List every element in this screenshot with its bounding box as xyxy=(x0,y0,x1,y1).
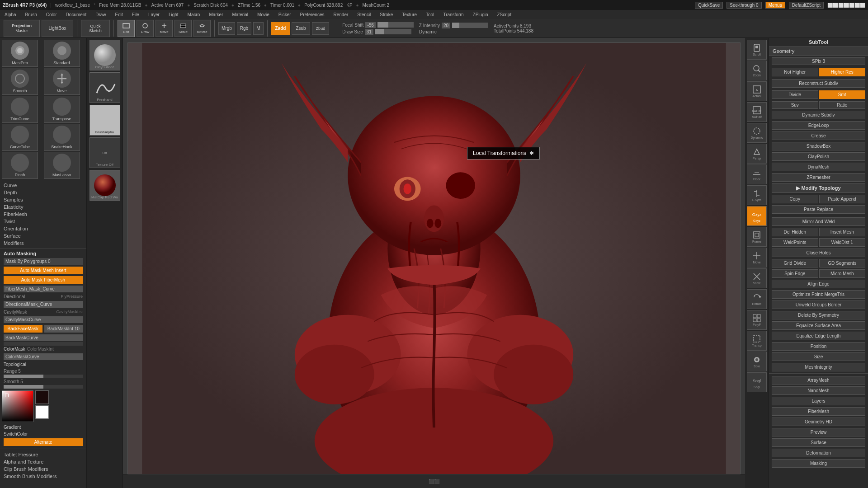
lower-res-btn[interactable]: Not Higher xyxy=(772,68,818,76)
auto-masking-section[interactable]: Auto Masking xyxy=(0,250,86,257)
subtool-header[interactable]: SubTool xyxy=(769,38,868,47)
menu-light[interactable]: Light xyxy=(167,11,180,18)
backmaskcurve-slider[interactable] xyxy=(4,342,83,346)
dynamic-btn[interactable]: Dynamic xyxy=(747,123,767,143)
sngl-btn[interactable]: Sngl Sngl xyxy=(747,372,767,392)
menu-preferences[interactable]: Preferences xyxy=(298,11,326,18)
dynamesh-btn[interactable]: DynaMesh xyxy=(772,163,865,171)
edit-button[interactable]: Edit xyxy=(118,20,135,37)
shadowbox-btn[interactable]: ShadowBox xyxy=(772,142,865,150)
quicksave-button[interactable]: QuickSave xyxy=(695,2,723,9)
size-btn[interactable]: Size xyxy=(772,352,865,361)
section-surface[interactable]: Surface xyxy=(0,232,86,239)
clip-brush-section[interactable]: Clip Brush Modifiers xyxy=(0,465,86,473)
micro-mesh-btn[interactable]: Micro Mesh xyxy=(819,269,866,278)
zadd-button[interactable]: Zadd xyxy=(271,22,290,35)
arraymesh-btn[interactable]: ArrayMesh xyxy=(772,376,865,385)
mirror-weld-btn[interactable]: Mirror And Weld xyxy=(772,217,865,226)
position-btn[interactable]: Position xyxy=(772,342,865,351)
menu-movie[interactable]: Movie xyxy=(255,11,271,18)
higher-res-btn[interactable]: Higher Res xyxy=(819,68,866,76)
zoom-btn[interactable]: Zoom xyxy=(747,61,767,80)
mrgb-button[interactable]: Mrgb xyxy=(218,22,235,35)
menu-edit[interactable]: Edit xyxy=(113,11,125,18)
color-gradient[interactable] xyxy=(2,390,33,422)
zbud-button[interactable]: Zbud xyxy=(312,22,330,35)
swatch-black[interactable] xyxy=(35,390,49,404)
suv-btn[interactable]: Suv xyxy=(772,101,818,109)
scroll-btn[interactable]: Scroll xyxy=(747,40,767,60)
fibermesh-btn[interactable]: FiberMesh xyxy=(772,407,865,416)
menu-file[interactable]: File xyxy=(130,11,141,18)
spin-edge-btn[interactable]: Spin Edge xyxy=(772,269,818,278)
section-elasticity[interactable]: Elasticity xyxy=(0,203,86,211)
menu-transform[interactable]: Transform xyxy=(441,11,465,18)
section-samples[interactable]: Samples xyxy=(0,196,86,203)
polyf-btn[interactable]: PolyF xyxy=(747,310,767,330)
section-curve[interactable]: Curve xyxy=(0,182,86,189)
align-edge-btn[interactable]: Align Edge xyxy=(772,280,865,288)
persp-btn[interactable]: Persp xyxy=(747,144,767,164)
meshintegrity-btn[interactable]: MeshIntegrity xyxy=(772,363,865,371)
thumb-texture-off[interactable]: Off Texture Off xyxy=(90,137,120,168)
modify-topology-btn[interactable]: ▶ Modify Topology xyxy=(772,183,865,193)
transp-btn[interactable]: Transp xyxy=(747,331,767,351)
rotate-button[interactable]: Rotate xyxy=(193,20,211,37)
auto-mask-fibermesh-btn[interactable]: Auto Mask FiberMesh xyxy=(4,276,83,284)
smooth-slider[interactable] xyxy=(4,385,83,389)
reconstruct-subdiv-btn[interactable]: Reconstruct Subdiv xyxy=(772,79,865,88)
geometry-section-header[interactable]: Geometry xyxy=(769,47,868,56)
delete-symmetry-btn[interactable]: Delete By Symmetry xyxy=(772,311,865,319)
paste-append-btn[interactable]: Paste Append xyxy=(819,195,866,203)
menu-document[interactable]: Document xyxy=(64,11,89,18)
equalize-surface-btn[interactable]: Equalize Surface Area xyxy=(772,321,865,330)
scale-button[interactable]: Scale xyxy=(175,20,192,37)
thumb-brushalpha[interactable]: BrushAlpha xyxy=(90,105,120,136)
brush-snakehook[interactable]: SnakeHook xyxy=(44,124,80,151)
solo-btn[interactable]: Solo xyxy=(747,352,767,371)
menu-alpha[interactable]: Alpha xyxy=(3,11,18,18)
brush-standard[interactable]: Standard xyxy=(44,40,80,67)
focal-shift-slider[interactable] xyxy=(377,22,414,28)
fibermesh-mask-curve[interactable]: FiberMesh_Mask_Curve xyxy=(4,286,83,292)
auto-mask-mesh-insert-btn[interactable]: Auto Mask Mesh Insert xyxy=(4,267,83,274)
projection-master-button[interactable]: Projection Master xyxy=(4,20,40,37)
vert-rotate-btn[interactable]: Rotate xyxy=(747,289,767,309)
actual-btn[interactable]: A Actual xyxy=(747,81,767,101)
section-orientation[interactable]: Orientation xyxy=(0,225,86,232)
menu-stroke[interactable]: Stroke xyxy=(378,11,395,18)
claypolish-btn[interactable]: ClayPolish xyxy=(772,152,865,161)
deformation-btn[interactable]: Deformation xyxy=(772,449,865,457)
rgb-button[interactable]: Rgb xyxy=(237,22,251,35)
z-intensity-slider[interactable] xyxy=(452,23,488,28)
lightbox-button[interactable]: LightBox xyxy=(42,20,73,37)
copy-btn[interactable]: Copy xyxy=(772,195,818,203)
section-twist[interactable]: Twist xyxy=(0,218,86,225)
menu-stencil[interactable]: Stencil xyxy=(355,11,373,18)
thumb-freehand[interactable]: Freehand xyxy=(90,72,120,103)
brush-transpose[interactable]: Transpose xyxy=(44,96,80,123)
menu-picker[interactable]: Picker xyxy=(277,11,293,18)
brush-pinch[interactable]: Pinch xyxy=(2,152,38,179)
menu-macro[interactable]: Macro xyxy=(186,11,202,18)
see-through-button[interactable]: See-through 0 xyxy=(726,2,761,9)
move-button[interactable]: Move xyxy=(156,20,173,37)
masking-btn[interactable]: Masking xyxy=(772,459,865,468)
backmasklnt[interactable]: BackMaskInt 10 xyxy=(44,325,83,333)
close-holes-btn[interactable]: Close Holes xyxy=(772,249,865,257)
unweld-groups-btn[interactable]: Unweld Groups Border xyxy=(772,300,865,309)
vert-move-btn[interactable]: Move xyxy=(747,248,767,267)
surface-btn[interactable]: Surface xyxy=(772,438,865,447)
grid-divide-btn[interactable]: Grid Divide xyxy=(772,259,818,267)
lsym-btn[interactable]: L.Sym xyxy=(747,185,767,205)
thumb-matcap[interactable]: MatCap Red Wa xyxy=(90,170,120,201)
default-zscript-button[interactable]: DefaultZScript xyxy=(789,2,824,9)
aahalf-btn[interactable]: AAHalf AAHalf xyxy=(747,102,767,122)
welddist-btn[interactable]: WeldDist 1 xyxy=(819,238,866,247)
floor-btn[interactable]: Floor xyxy=(747,164,767,184)
section-depth[interactable]: Depth xyxy=(0,189,86,196)
smt-btn[interactable]: Smt xyxy=(819,90,866,99)
preview-btn[interactable]: Preview xyxy=(772,428,865,436)
edgeloop-btn[interactable]: EdgeLoop xyxy=(772,121,865,130)
m-button[interactable]: M xyxy=(253,22,263,35)
